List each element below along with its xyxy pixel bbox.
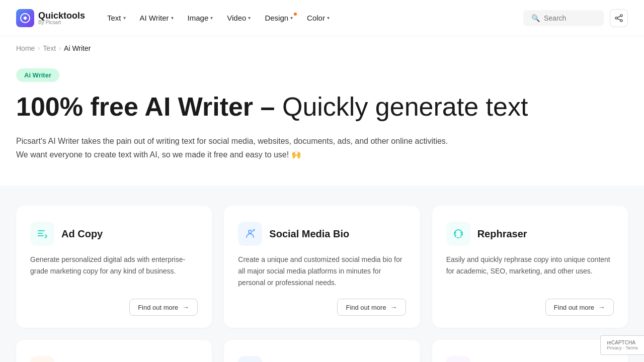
nav-item-video[interactable]: Video ▾ — [221, 10, 257, 26]
share-button[interactable] — [610, 9, 628, 27]
logo-icon — [16, 9, 34, 27]
logo-sub-text: By Picsart — [38, 20, 85, 25]
hero-badge: Ai Writer — [16, 68, 59, 82]
nav-item-image[interactable]: Image ▾ — [182, 10, 219, 26]
new-indicator-dot — [294, 13, 297, 16]
card-header: Hashtag Generator — [446, 356, 614, 362]
card-description: Create a unique and customized social me… — [238, 254, 406, 289]
header: Quicktools By Picsart Text ▾ AI Writer ▾… — [0, 0, 644, 36]
main-nav: Text ▾ AI Writer ▾ Image ▾ Video ▾ Desig… — [101, 10, 336, 26]
svg-rect-7 — [38, 233, 43, 234]
card-header: Rephraser — [446, 222, 614, 246]
card-title: Rephraser — [477, 228, 527, 240]
card-footer: Find out more → — [446, 299, 614, 316]
chevron-icon: ▾ — [123, 15, 126, 21]
search-box[interactable]: 🔍 — [523, 10, 604, 26]
card-title: Social Media Bio — [269, 228, 349, 240]
chevron-icon: ▾ — [171, 15, 174, 21]
rephraser-icon — [446, 222, 470, 246]
card-hashtag-generator: Hashtag Generator Find the best hashtags… — [432, 340, 628, 362]
hero-title: 100% free AI Writer – Quickly generate t… — [16, 92, 628, 122]
find-out-more-button[interactable]: Find out more → — [129, 299, 198, 316]
card-rephraser: Rephraser Easily and quickly rephrase co… — [432, 206, 628, 328]
arrow-right-icon: → — [390, 303, 397, 311]
hashtag-generator-icon — [446, 356, 470, 362]
card-header: Marketing Slogan — [30, 356, 198, 362]
card-description: Easily and quickly rephrase copy into un… — [446, 254, 614, 289]
share-icon — [615, 14, 623, 22]
recaptcha-links[interactable]: Privacy - Terms — [607, 345, 638, 350]
svg-point-9 — [249, 230, 252, 233]
find-out-more-button[interactable]: Find out more → — [337, 299, 406, 316]
hero-title-separator: – — [253, 92, 282, 121]
svg-rect-8 — [38, 235, 44, 236]
breadcrumb-separator: › — [38, 45, 40, 52]
hero-title-bold: 100% free AI Writer — [16, 92, 253, 121]
header-right: 🔍 — [523, 9, 628, 27]
header-left: Quicktools By Picsart Text ▾ AI Writer ▾… — [16, 9, 336, 27]
nav-item-ai-writer[interactable]: AI Writer ▾ — [134, 10, 180, 26]
arrow-right-icon: → — [598, 303, 605, 311]
card-marketing-slogan: Marketing Slogan Create a memorable and … — [16, 340, 212, 362]
chevron-icon: ▾ — [248, 15, 251, 21]
svg-line-4 — [617, 16, 620, 18]
svg-rect-6 — [38, 230, 45, 231]
card-description: Generate personalized digital ads with e… — [30, 254, 198, 289]
breadcrumb-home[interactable]: Home — [16, 44, 35, 52]
logo[interactable]: Quicktools By Picsart — [16, 9, 85, 27]
card-business-name-ideas: Business Name Ideas Find great names for… — [224, 340, 420, 362]
card-title: Ad Copy — [61, 228, 103, 240]
card-header: Business Name Ideas — [238, 356, 406, 362]
svg-point-3 — [620, 20, 622, 22]
card-header: Ad Copy — [30, 222, 198, 246]
arrow-right-icon: → — [182, 303, 189, 311]
logo-main-text: Quicktools — [38, 11, 85, 20]
breadcrumb-current: Ai Writer — [64, 44, 91, 52]
search-icon: 🔍 — [531, 14, 540, 22]
hero-title-light: Quickly generate text — [282, 92, 528, 121]
chevron-icon: ▾ — [327, 15, 330, 21]
hero-description: Picsart's AI Writer takes the pain out o… — [16, 134, 449, 161]
svg-line-5 — [617, 19, 620, 20]
card-footer: Find out more → — [30, 299, 198, 316]
breadcrumb: Home › Text › Ai Writer — [0, 36, 644, 60]
nav-item-text[interactable]: Text ▾ — [101, 10, 132, 26]
hero-section: Ai Writer 100% free AI Writer – Quickly … — [0, 60, 644, 186]
recaptcha-badge: reCAPTCHA Privacy - Terms — [600, 335, 644, 355]
logo-text: Quicktools By Picsart — [38, 11, 85, 25]
svg-point-1 — [620, 15, 622, 17]
nav-item-design[interactable]: Design ▾ — [259, 10, 299, 26]
breadcrumb-separator: › — [59, 45, 61, 52]
chevron-icon: ▾ — [290, 15, 293, 21]
recaptcha-label: reCAPTCHA — [607, 340, 638, 345]
business-name-ideas-icon — [238, 356, 262, 362]
cards-grid: Ad Copy Generate personalized digital ad… — [16, 206, 628, 362]
chevron-icon: ▾ — [210, 15, 213, 21]
nav-item-color[interactable]: Color ▾ — [301, 10, 336, 26]
card-ad-copy: Ad Copy Generate personalized digital ad… — [16, 206, 212, 328]
find-out-more-button[interactable]: Find out more → — [545, 299, 614, 316]
card-social-media-bio: Social Media Bio Create a unique and cus… — [224, 206, 420, 328]
ad-copy-icon — [30, 222, 54, 246]
svg-point-2 — [615, 17, 617, 19]
cards-section: Ad Copy Generate personalized digital ad… — [0, 186, 644, 362]
search-input[interactable] — [544, 14, 596, 22]
card-footer: Find out more → — [238, 299, 406, 316]
marketing-slogan-icon — [30, 356, 54, 362]
social-media-bio-icon — [238, 222, 262, 246]
card-header: Social Media Bio — [238, 222, 406, 246]
breadcrumb-text[interactable]: Text — [43, 44, 56, 52]
